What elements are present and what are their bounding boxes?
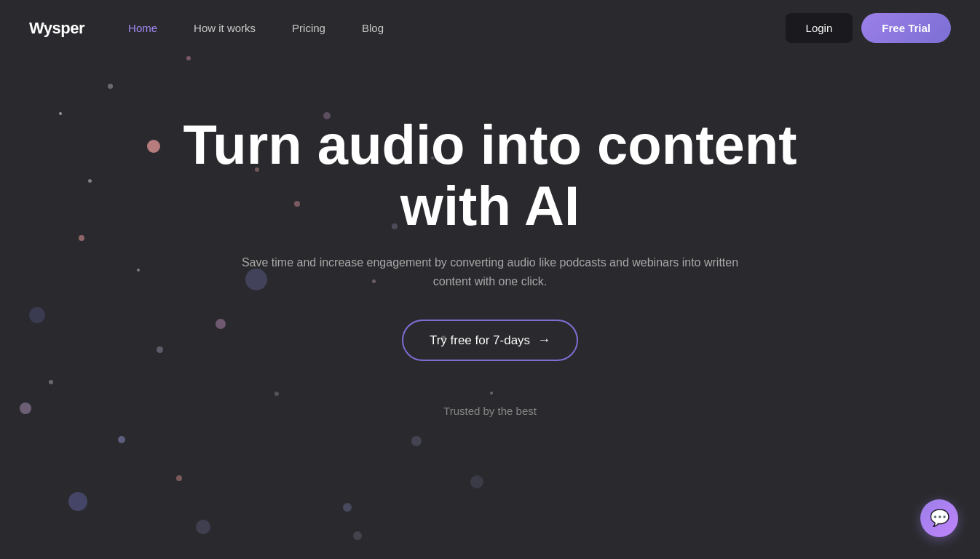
nav-link-blog[interactable]: Blog <box>347 15 398 41</box>
nav-links: Home How it works Pricing Blog <box>114 15 398 41</box>
trusted-text: Trusted by the best <box>443 405 537 417</box>
nav-link-home[interactable]: Home <box>114 15 172 41</box>
nav-link-pricing[interactable]: Pricing <box>277 15 340 41</box>
hero-title-line2: with AI <box>400 175 580 237</box>
particle-dot <box>118 436 125 443</box>
logo-text: Wysper <box>29 19 84 37</box>
hero-section: Turn audio into content with AI Save tim… <box>0 56 980 417</box>
particle-dot <box>176 475 182 481</box>
chat-button[interactable]: 💬 <box>920 499 958 537</box>
navbar: Wysper Home How it works Pricing Blog Lo… <box>0 0 980 56</box>
particle-dot <box>343 503 352 512</box>
hero-title-line1: Turn audio into content <box>183 114 797 175</box>
login-button[interactable]: Login <box>786 13 853 43</box>
nav-right: Login Free Trial <box>786 13 951 43</box>
cta-arrow: → <box>537 333 550 348</box>
nav-link-how-it-works[interactable]: How it works <box>179 15 270 41</box>
hero-title: Turn audio into content with AI <box>183 114 797 236</box>
particle-dot <box>470 475 483 488</box>
hero-subtitle: Save time and increase engagement by con… <box>235 253 745 290</box>
cta-button[interactable]: Try free for 7-days → <box>402 320 578 361</box>
nav-left: Wysper Home How it works Pricing Blog <box>29 15 398 41</box>
chat-icon: 💬 <box>930 509 949 528</box>
logo[interactable]: Wysper <box>29 19 84 38</box>
free-trial-button[interactable]: Free Trial <box>861 13 951 43</box>
particle-dot <box>68 492 87 511</box>
particle-dot <box>411 436 422 446</box>
particle-dot <box>196 520 210 534</box>
particle-dot <box>353 531 362 540</box>
cta-label: Try free for 7-days <box>430 333 530 348</box>
